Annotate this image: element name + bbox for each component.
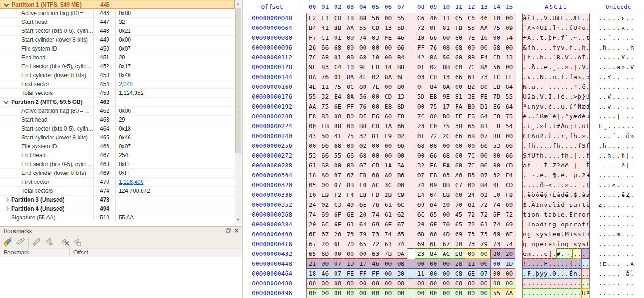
hex-byte-cell[interactable]: 00 bbox=[306, 278, 319, 288]
ascii-char-cell[interactable]: y bbox=[577, 239, 581, 249]
ascii-char-cell[interactable]: u bbox=[560, 102, 565, 111]
hex-byte-cell[interactable]: 01 bbox=[415, 62, 427, 72]
ascii-char-cell[interactable]: t bbox=[586, 33, 590, 43]
ascii-char-cell[interactable]: . bbox=[548, 72, 552, 82]
ascii-char-cell[interactable]: f bbox=[552, 121, 556, 131]
ascii-char-cell[interactable]: . bbox=[535, 249, 539, 259]
hex-byte-cell[interactable]: E4 bbox=[331, 92, 344, 102]
tree-row[interactable]: First sector4701,126,400 bbox=[0, 178, 235, 187]
hex-byte-cell[interactable]: 00 bbox=[382, 269, 394, 278]
hex-byte-cell[interactable]: 75 bbox=[319, 102, 331, 111]
ascii-char-cell[interactable]: . bbox=[552, 288, 556, 298]
hex-byte-cell[interactable]: 00 bbox=[465, 141, 478, 151]
hex-byte-cell[interactable]: 79 bbox=[357, 229, 369, 239]
ascii-char-cell[interactable]: 2 bbox=[539, 131, 544, 141]
ascii-char-cell[interactable]: . bbox=[535, 72, 539, 82]
hex-byte-cell[interactable]: 80 bbox=[478, 82, 490, 92]
ascii-char-cell[interactable]: a bbox=[522, 160, 527, 170]
hex-byte-cell[interactable]: 00 bbox=[490, 151, 503, 160]
ascii-char-cell[interactable]: h bbox=[531, 43, 535, 52]
ascii-char-cell[interactable]: . bbox=[573, 52, 577, 62]
ascii-char-cell[interactable]: . bbox=[565, 13, 569, 23]
ascii-char-cell[interactable]: É bbox=[552, 190, 556, 200]
ascii-char-cell[interactable]: Í bbox=[544, 23, 548, 33]
hex-byte-cell[interactable]: 8A bbox=[344, 92, 357, 102]
hex-byte-cell[interactable]: 74 bbox=[382, 229, 394, 239]
ascii-char-cell[interactable]: . bbox=[556, 269, 560, 278]
hex-byte-cell[interactable]: 79 bbox=[478, 239, 490, 249]
hex-byte-cell[interactable]: B0 bbox=[344, 111, 357, 121]
hex-byte-cell[interactable]: 02 bbox=[478, 190, 490, 200]
ascii-char-cell[interactable]: a bbox=[548, 200, 552, 210]
hex-byte-cell[interactable]: 9F bbox=[306, 62, 319, 72]
ascii-char-cell[interactable]: . bbox=[531, 288, 535, 298]
ascii-char-cell[interactable]: U bbox=[522, 92, 527, 102]
ascii-char-cell[interactable]: g bbox=[565, 239, 569, 249]
hex-byte-cell[interactable]: 00 bbox=[344, 52, 357, 62]
ascii-char-cell[interactable]: F bbox=[544, 259, 548, 269]
hex-byte-cell[interactable]: 65 bbox=[357, 239, 369, 249]
hex-byte-cell[interactable]: B0 bbox=[465, 102, 478, 111]
ascii-char-cell[interactable]: û bbox=[581, 121, 586, 131]
hex-byte-cell[interactable]: 02 bbox=[427, 62, 440, 72]
hex-byte-cell[interactable]: 6E bbox=[382, 219, 394, 229]
hex-byte-cell[interactable]: 84 bbox=[503, 82, 515, 92]
ascii-char-cell[interactable]: U bbox=[531, 151, 535, 160]
hex-byte-cell[interactable]: 24 bbox=[465, 190, 478, 200]
ascii-char-cell[interactable]: . bbox=[531, 269, 535, 278]
hex-byte-cell[interactable]: 75 bbox=[490, 23, 503, 33]
ascii-char-cell[interactable]: i bbox=[544, 219, 548, 229]
hex-byte-cell[interactable]: 32 bbox=[490, 170, 503, 180]
hex-byte-cell[interactable]: 07 bbox=[478, 131, 490, 141]
ascii-char-cell[interactable]: n bbox=[552, 72, 556, 82]
ascii-char-cell[interactable]: T bbox=[586, 121, 590, 131]
ascii-char-cell[interactable]: u bbox=[535, 131, 539, 141]
hex-byte-cell[interactable]: 55 bbox=[503, 92, 515, 102]
ascii-char-cell[interactable]: ~ bbox=[573, 33, 577, 43]
ascii-char-cell[interactable]: s bbox=[544, 229, 548, 239]
hex-byte-cell[interactable]: EB bbox=[427, 92, 440, 102]
ascii-char-cell[interactable]: r bbox=[577, 200, 581, 210]
hex-byte-cell[interactable]: E6 bbox=[369, 111, 382, 121]
ascii-char-cell[interactable]: s bbox=[573, 229, 577, 239]
hex-byte-cell[interactable]: 66 bbox=[394, 141, 407, 151]
ascii-char-cell[interactable]: M bbox=[565, 229, 569, 239]
ascii-char-cell[interactable]: ´ bbox=[522, 23, 527, 33]
ascii-char-cell[interactable]: . bbox=[527, 200, 531, 210]
ascii-char-cell[interactable]: ß bbox=[539, 111, 544, 121]
hex-byte-cell[interactable]: 69 bbox=[452, 229, 465, 239]
hex-byte-cell[interactable]: CD bbox=[503, 180, 515, 190]
ascii-char-cell[interactable]: t bbox=[581, 219, 586, 229]
hex-byte-cell[interactable]: 6E bbox=[331, 102, 344, 111]
hex-byte-cell[interactable]: 69 bbox=[415, 239, 427, 249]
ascii-char-cell[interactable]: . bbox=[560, 269, 565, 278]
hex-byte-cell[interactable]: 56 bbox=[490, 62, 503, 72]
ascii-char-cell[interactable]: r bbox=[586, 210, 590, 219]
hex-byte-cell[interactable]: 8A bbox=[344, 72, 357, 82]
hex-byte-cell[interactable]: 00 bbox=[369, 278, 382, 288]
ascii-char-cell[interactable]: . bbox=[556, 278, 560, 288]
ascii-char-cell[interactable]: f bbox=[586, 141, 590, 151]
ascii-char-cell[interactable]: ( bbox=[569, 259, 573, 269]
ascii-char-cell[interactable]: a bbox=[535, 219, 539, 229]
hex-byte-cell[interactable]: 07 bbox=[331, 259, 344, 269]
hex-byte-cell[interactable]: 69 bbox=[503, 219, 515, 229]
ascii-char-cell[interactable]: ª bbox=[586, 288, 590, 298]
hex-byte-cell[interactable]: EB bbox=[490, 82, 503, 92]
hex-byte-cell[interactable]: 00 bbox=[331, 288, 344, 298]
hex-byte-cell[interactable]: 5A bbox=[394, 160, 407, 170]
hex-byte-cell[interactable]: 00 bbox=[490, 160, 503, 170]
hex-byte-cell[interactable]: 66 bbox=[319, 141, 331, 151]
hex-byte-cell[interactable]: 14 bbox=[382, 62, 394, 72]
ascii-char-cell[interactable]: . bbox=[560, 259, 565, 269]
hex-byte-cell[interactable]: 74 bbox=[490, 219, 503, 229]
ascii-char-cell[interactable]: . bbox=[535, 259, 539, 269]
ascii-char-cell[interactable]: . bbox=[556, 72, 560, 82]
ascii-char-cell[interactable]: N bbox=[539, 72, 544, 82]
hex-byte-cell[interactable]: 8D bbox=[394, 102, 407, 111]
ascii-char-cell[interactable]: . bbox=[552, 278, 556, 288]
ascii-char-cell[interactable]: y bbox=[539, 229, 544, 239]
hex-byte-cell[interactable]: 00 bbox=[452, 278, 465, 288]
ascii-char-cell[interactable] bbox=[569, 239, 573, 249]
ascii-char-cell[interactable]: U bbox=[552, 13, 556, 23]
